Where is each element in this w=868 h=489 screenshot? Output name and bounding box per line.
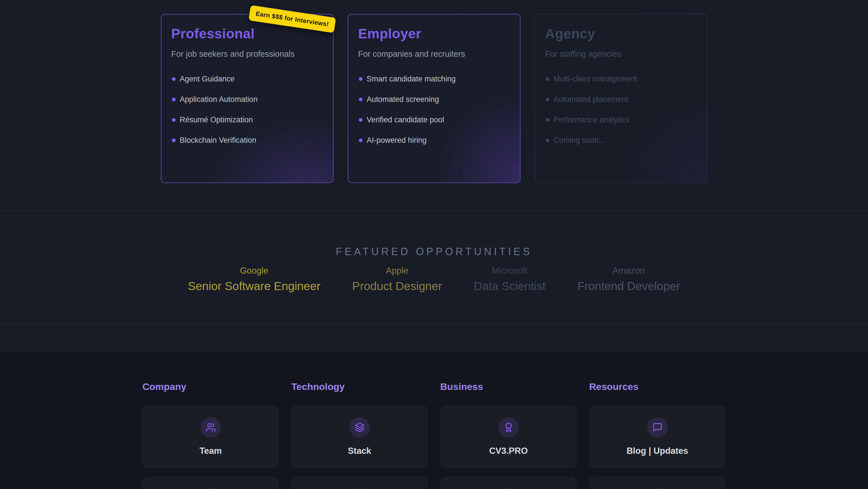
bullet-dot-icon: [546, 118, 550, 122]
footer-column-company: Company Team: [143, 381, 279, 489]
footer-card-cv3pro[interactable]: CV3.PRO: [440, 406, 577, 468]
plan-feature: Résumé Optimization: [171, 115, 323, 124]
featured-heading: FEATURED OPPORTUNITIES: [0, 246, 868, 258]
plan-feature-label: Blockchain Verification: [180, 136, 256, 145]
featured-opportunities-section: FEATURED OPPORTUNITIES Google Senior Sof…: [0, 210, 868, 324]
featured-company: Microsoft: [474, 266, 546, 276]
footer-column-technology: Technology Stack: [291, 381, 428, 489]
plan-feature: Blockchain Verification: [171, 135, 323, 145]
plan-feature-label: Smart candidate matching: [367, 75, 456, 83]
plan-feature-label: Multi-client management: [554, 75, 637, 83]
footer-card-stack[interactable]: Stack: [291, 406, 428, 468]
featured-item-amazon[interactable]: Amazon Frontend Developer: [577, 266, 680, 293]
featured-item-google[interactable]: Google Senior Software Engineer: [188, 266, 320, 293]
bullet-dot-icon: [172, 97, 176, 101]
featured-role: Data Scientist: [474, 280, 546, 293]
bullet-dot-icon: [546, 139, 550, 142]
footer-card-partial[interactable]: [291, 477, 428, 489]
footer-column-resources: Resources Blog | Updates: [589, 381, 725, 489]
plan-feature-label: Verified candidate pool: [367, 116, 444, 124]
footer-column-business: Business CV3.PRO: [440, 381, 577, 489]
footer-card-label: Stack: [348, 446, 371, 456]
featured-role: Senior Software Engineer: [188, 280, 320, 293]
plan-feature: Coming soon...: [545, 135, 697, 145]
featured-role: Product Designer: [352, 280, 442, 293]
bullet-dot-icon: [359, 97, 363, 101]
featured-item-microsoft[interactable]: Microsoft Data Scientist: [474, 266, 546, 293]
plan-title: Agency: [545, 26, 697, 41]
plan-subtitle: For staffing agencies: [545, 49, 697, 59]
plan-feature: Smart candidate matching: [358, 74, 510, 84]
footer-card-label: CV3.PRO: [489, 446, 528, 456]
bullet-dot-icon: [172, 139, 176, 142]
plan-card-agency: Agency For staffing agencies Multi-clien…: [535, 14, 708, 183]
plan-feature: AI-powered hiring: [358, 135, 510, 145]
plan-feature-label: Automated screening: [367, 95, 439, 104]
plan-feature-list: Multi-client management Automated placem…: [545, 74, 697, 145]
plans-section: Earn $$$ for Interviews! Professional Fo…: [0, 0, 868, 210]
plan-feature-label: Performance analytics: [554, 116, 629, 124]
plan-feature-label: Coming soon...: [554, 136, 605, 145]
plan-card-employer[interactable]: Employer For companies and recruiters Sm…: [348, 14, 521, 183]
plan-feature: Verified candidate pool: [358, 115, 510, 124]
section-divider: [0, 324, 868, 324]
bullet-dot-icon: [546, 97, 550, 101]
plan-feature-list: Smart candidate matching Automated scree…: [358, 74, 510, 145]
bullet-dot-icon: [359, 139, 363, 142]
footer-heading: Company: [143, 381, 279, 392]
plan-feature: Agent Guidance: [171, 74, 323, 84]
footer-card-partial[interactable]: [589, 477, 725, 489]
footer-card-blog[interactable]: Blog | Updates: [589, 406, 725, 468]
footer-card-label: Blog | Updates: [627, 446, 688, 456]
plan-feature-label: Application Automation: [180, 95, 258, 104]
footer-heading: Business: [440, 381, 577, 392]
footer-card-team[interactable]: Team: [143, 406, 279, 468]
plan-card-professional[interactable]: Professional For job seekers and profess…: [161, 14, 334, 183]
plan-feature: Automated placement: [545, 94, 697, 104]
bullet-dot-icon: [359, 118, 363, 122]
footer-card-label: Team: [199, 446, 222, 456]
plan-feature: Automated screening: [358, 94, 510, 104]
bullet-dot-icon: [172, 118, 176, 122]
featured-company: Apple: [352, 266, 442, 276]
plan-feature-label: Résumé Optimization: [180, 116, 253, 124]
layers-icon: [349, 417, 370, 438]
plan-feature-list: Agent Guidance Application Automation Ré…: [171, 74, 323, 145]
footer-heading: Resources: [589, 381, 725, 392]
plans-row: Professional For job seekers and profess…: [0, 0, 868, 183]
footer-card-partial[interactable]: [143, 477, 279, 489]
footer-card-partial[interactable]: [440, 477, 577, 489]
bullet-dot-icon: [359, 77, 363, 81]
message-square-icon: [647, 417, 668, 438]
plan-feature: Multi-client management: [545, 74, 697, 84]
featured-item-apple[interactable]: Apple Product Designer: [352, 266, 442, 293]
footer-grid: Company Team Technology: [143, 352, 725, 489]
plan-feature-label: AI-powered hiring: [367, 136, 427, 145]
users-icon: [200, 417, 221, 438]
plan-feature-label: Automated placement: [554, 95, 628, 104]
bullet-dot-icon: [172, 77, 176, 81]
plan-feature-label: Agent Guidance: [180, 75, 235, 83]
plan-title: Employer: [358, 26, 510, 41]
award-icon: [498, 417, 519, 438]
bullet-dot-icon: [546, 77, 550, 81]
plan-title: Professional: [171, 26, 323, 41]
plan-subtitle: For job seekers and professionals: [171, 49, 323, 59]
featured-company: Amazon: [577, 266, 680, 276]
plan-subtitle: For companies and recruiters: [358, 49, 510, 59]
featured-carousel: Google Senior Software Engineer Apple Pr…: [0, 266, 868, 293]
plan-feature: Performance analytics: [545, 115, 697, 124]
landing-page: Earn $$$ for Interviews! Professional Fo…: [0, 0, 868, 489]
footer-heading: Technology: [291, 381, 428, 392]
plan-feature: Application Automation: [171, 94, 323, 104]
footer-section: Company Team Technology: [0, 352, 868, 489]
featured-role: Frontend Developer: [577, 280, 680, 293]
featured-company: Google: [188, 266, 320, 276]
